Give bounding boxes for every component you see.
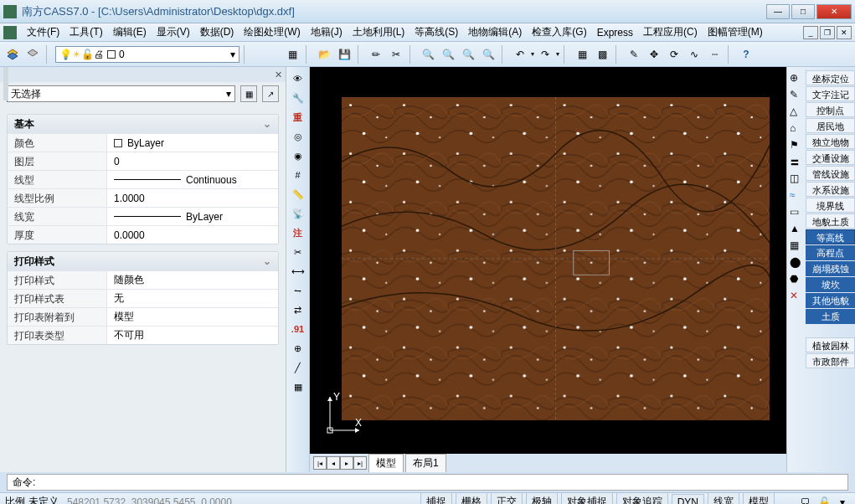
zoom-in-icon[interactable]: 🔍	[419, 45, 437, 64]
zoom-extents-icon[interactable]: 🔍	[479, 45, 497, 64]
prop-lineweight[interactable]: ByLayer	[106, 208, 278, 225]
tab-layout1[interactable]: 布局1	[405, 454, 446, 472]
menu-engineering[interactable]: 工程应用(C)	[638, 23, 703, 41]
menu-data[interactable]: 数据(D)	[195, 23, 240, 41]
menu-check[interactable]: 检查入库(G)	[527, 23, 591, 41]
menu-tools[interactable]: 工具(T)	[64, 23, 107, 41]
vtb-wrench-icon[interactable]: 🔧	[289, 90, 307, 106]
vtb-red-2[interactable]: 注	[289, 224, 307, 241]
move-icon[interactable]: ✥	[645, 45, 663, 64]
mdi-minimize[interactable]: _	[803, 26, 818, 39]
vtb-arrows-icon[interactable]: ⇄	[289, 301, 307, 318]
layer-combo[interactable]: 💡☀🔓🖨 0 ▾	[55, 46, 240, 63]
sb-lwt[interactable]: 线宽	[708, 492, 739, 504]
rp-item-coord[interactable]: 坐标定位	[806, 70, 855, 85]
quick-select-icon[interactable]: ▦	[240, 85, 257, 102]
vtb-eye-icon[interactable]: 👁	[289, 70, 307, 87]
menu-contour[interactable]: 等高线(S)	[409, 23, 463, 41]
open-icon[interactable]: 📂	[315, 45, 333, 64]
curve-icon[interactable]: ∿	[685, 45, 703, 64]
tab-first[interactable]: |◂	[313, 456, 327, 470]
vtb-hash-icon[interactable]: #	[289, 167, 307, 183]
rp-locate-icon[interactable]: ⊕	[790, 72, 803, 85]
menu-feature-edit[interactable]: 地物编辑(A)	[463, 23, 527, 41]
rp-house-icon[interactable]: ⌂	[790, 122, 803, 136]
rp-item-pipeline[interactable]: 管线设施	[806, 166, 855, 181]
selection-dropdown[interactable]: 无选择▾	[7, 85, 235, 102]
menu-express[interactable]: Express	[592, 25, 638, 40]
prop-plotattach[interactable]: 模型	[106, 308, 278, 326]
rp-pipe-icon[interactable]: ◫	[790, 172, 803, 186]
help-icon[interactable]: ?	[737, 45, 755, 64]
command-line[interactable]: 命令:	[7, 474, 848, 491]
rp-item-municipal[interactable]: 市政部件	[806, 353, 855, 368]
rp-item-control[interactable]: 控制点	[806, 102, 855, 117]
vtb-orbit-icon[interactable]: ◉	[289, 147, 307, 164]
vtb-ruler-icon[interactable]: 📏	[289, 186, 307, 203]
dash-icon[interactable]: ┄	[705, 45, 724, 64]
rp-item-water[interactable]: 水系设施	[806, 182, 855, 197]
prop-ltscale[interactable]: 1.0000	[106, 189, 278, 207]
rp-item-contour[interactable]: 等高线	[806, 229, 855, 244]
panel-close-icon[interactable]: ✕	[275, 69, 282, 80]
sb-otrack[interactable]: 对象追踪	[616, 492, 668, 504]
match-icon[interactable]: ✂	[387, 45, 405, 64]
vtb-clip-icon[interactable]: ✂	[289, 244, 307, 260]
section-plot-header[interactable]: 打印样式⌄	[8, 252, 278, 270]
rp-text-icon[interactable]: ✎	[790, 89, 803, 102]
rp-sub-elevation[interactable]: 高程点	[806, 245, 855, 260]
rp-sub-slope[interactable]: 坡坎	[806, 277, 855, 292]
prop-plotstyle[interactable]: 随颜色	[106, 271, 278, 289]
vtb-target-icon[interactable]: ◎	[289, 128, 307, 145]
grid-icon[interactable]: ▦	[283, 45, 301, 64]
mdi-restore[interactable]: ❐	[820, 26, 835, 39]
rp-item-text[interactable]: 文字注记	[806, 86, 855, 101]
layers-icon[interactable]	[3, 45, 22, 64]
rp-flag-icon[interactable]: ⚑	[790, 139, 803, 152]
sb-dyn[interactable]: DYN	[672, 494, 704, 505]
pick-icon[interactable]: ↗	[262, 85, 279, 102]
vtb-dim2-icon[interactable]: ⥊	[289, 282, 307, 299]
menu-edit[interactable]: 编辑(E)	[108, 23, 152, 41]
layer-state-icon[interactable]	[23, 45, 42, 64]
sb-model[interactable]: 模型	[743, 492, 775, 504]
tab-model[interactable]: 模型	[368, 454, 404, 472]
sb-snap[interactable]: 捕捉	[420, 492, 452, 504]
minimize-button[interactable]: —	[766, 4, 790, 19]
mdi-close[interactable]: ✕	[837, 26, 852, 39]
section-basic-header[interactable]: 基本⌄	[8, 115, 278, 133]
menu-file[interactable]: 文件(F)	[22, 23, 64, 41]
rp-sub-other[interactable]: 其他地貌	[806, 293, 855, 308]
sb-ortho[interactable]: 正交	[491, 492, 523, 504]
menu-sheet[interactable]: 图幅管理(M)	[703, 23, 768, 41]
prop-layer[interactable]: 0	[106, 152, 278, 170]
tab-last[interactable]: ▸|	[353, 456, 367, 470]
close-button[interactable]: ✕	[816, 4, 852, 19]
prop-plottable[interactable]: 无	[106, 290, 278, 307]
vtb-line-icon[interactable]: ╱	[289, 359, 307, 376]
vtb-red-3[interactable]: .91	[289, 321, 307, 337]
sb-tray-icon[interactable]: ▾	[835, 496, 850, 505]
vtb-plus-icon[interactable]: ⊕	[289, 340, 307, 357]
rp-terrain-icon[interactable]: ▲	[790, 223, 803, 236]
menu-cadastre[interactable]: 地籍(J)	[306, 23, 348, 41]
menu-view[interactable]: 显示(V)	[152, 23, 195, 41]
rotate-icon[interactable]: ⟳	[665, 45, 683, 64]
rp-delete-icon[interactable]: ✕	[790, 290, 803, 303]
rp-item-independent[interactable]: 独立地物	[806, 134, 855, 149]
vtb-red-1[interactable]: 重	[289, 109, 307, 126]
zoom-out-icon[interactable]: 🔍	[439, 45, 457, 64]
rp-water-icon[interactable]: ≈	[790, 189, 803, 203]
rp-sub-soil[interactable]: 土质	[806, 309, 855, 324]
menu-landuse[interactable]: 土地利用(L)	[348, 23, 410, 41]
pen-icon[interactable]: ✎	[625, 45, 643, 64]
sb-comm-icon[interactable]: 🗨	[798, 496, 813, 505]
table-icon[interactable]: ▦	[573, 45, 591, 64]
sb-lock-icon[interactable]: 🔓	[816, 496, 832, 505]
drawing-area[interactable]: XY |◂ ◂ ▸ ▸| 模型 布局1	[310, 67, 786, 472]
tab-prev[interactable]: ◂	[327, 456, 340, 470]
prop-linetype[interactable]: Continuous	[106, 171, 278, 188]
zoom-window-icon[interactable]: 🔍	[459, 45, 477, 64]
menu-draw[interactable]: 绘图处理(W)	[239, 23, 305, 41]
prop-plottype[interactable]: 不可用	[106, 327, 278, 344]
